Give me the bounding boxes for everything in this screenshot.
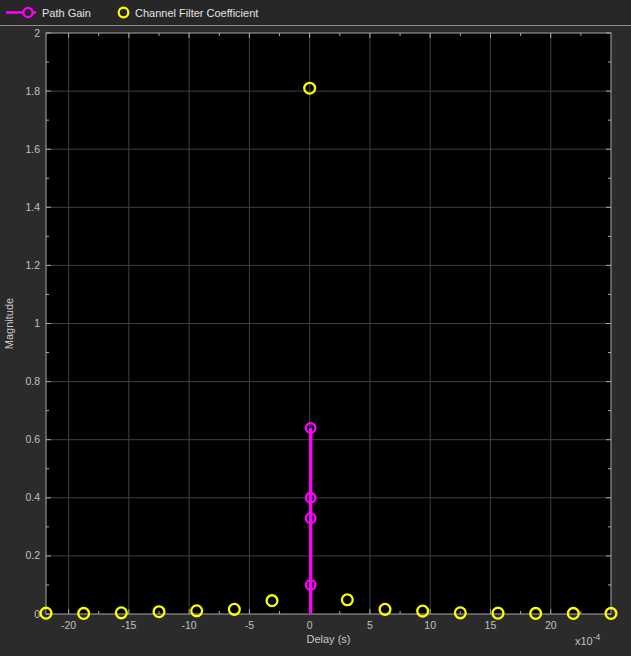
path-gain-legend-marker-icon (5, 0, 38, 25)
x-axis-exponent-label: x10-4 (575, 632, 601, 647)
x-tick-label: 10 (424, 619, 436, 631)
x-tick-label: -5 (245, 619, 254, 631)
y-tick-label: 1.8 (25, 85, 40, 97)
x-tick-label: -20 (61, 619, 76, 631)
legend-label-channel-filter-coefficient: Channel Filter Coefficient (135, 7, 258, 19)
y-tick-label: 0 (34, 608, 40, 620)
x-tick-label: 5 (367, 619, 373, 631)
y-tick-label: 1 (34, 317, 40, 329)
legend-label-path-gain: Path Gain (42, 7, 91, 19)
y-tick-label: 1.4 (25, 201, 40, 213)
x-tick-label: -15 (121, 619, 136, 631)
legend-bar: Path Gain Channel Filter Coefficient (0, 0, 631, 26)
channel-filter-legend-marker-icon (116, 0, 131, 25)
y-axis-label: Magnitude (3, 298, 15, 349)
y-tick-label: 0.6 (25, 433, 40, 445)
legend-entry-channel-filter-coefficient[interactable]: Channel Filter Coefficient (116, 0, 258, 25)
y-tick-label: 0.2 (25, 549, 40, 561)
x-axis-label: Delay (s) (306, 633, 350, 645)
y-tick-label: 0.4 (25, 491, 40, 503)
x-tick-label: 15 (485, 619, 497, 631)
y-tick-label: 1.6 (25, 143, 40, 155)
x-tick-label: 0 (307, 619, 313, 631)
channel-visualization-figure: Path Gain Channel Filter Coefficient -20… (0, 0, 631, 656)
x-tick-label: 20 (545, 619, 557, 631)
y-tick-label: 0.8 (25, 375, 40, 387)
y-tick-label: 1.2 (25, 259, 40, 271)
y-tick-label: 2 (34, 27, 40, 39)
x-tick-label: -10 (182, 619, 197, 631)
impulse-response-chart: -20-15-10-50510152000.20.40.60.811.21.41… (0, 0, 631, 656)
legend-entry-path-gain[interactable]: Path Gain (5, 0, 91, 25)
